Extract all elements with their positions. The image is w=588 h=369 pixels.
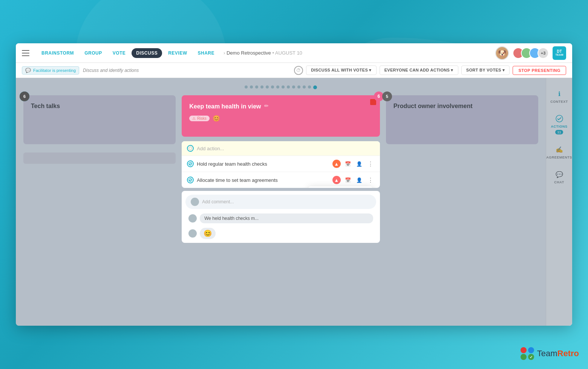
comment-item-2: 😊	[183, 226, 378, 241]
brand-bold: Retro	[557, 349, 579, 358]
breadcrumb-dot: •	[272, 50, 275, 56]
dot-2[interactable]	[250, 85, 253, 88]
dot-13[interactable]	[308, 85, 311, 88]
nav-step-brainstorm[interactable]: BRAINSTORM	[37, 48, 78, 58]
sub-toolbar-description: Discuss and identify actions	[83, 68, 139, 73]
nav-step-group[interactable]: GROUP	[80, 48, 107, 58]
left-vote-badge-2: 6	[20, 91, 29, 101]
dot-9[interactable]	[287, 85, 290, 88]
dt-team-badge: DT TEAM	[553, 46, 566, 60]
action-1-more-icon[interactable]: ⋮	[366, 160, 375, 168]
action-1-priority-icon[interactable]: ▲	[332, 160, 341, 168]
action-1-check[interactable]	[187, 160, 194, 167]
nav-right: 🐶 +3 DT TEAM	[495, 46, 566, 60]
card-meta: ⚠ Risks 😊	[189, 115, 372, 122]
dot-5[interactable]	[266, 85, 269, 88]
comment-2-emoji: 😊	[200, 228, 216, 239]
action-1-text: Hold regular team health checks	[197, 161, 329, 167]
dot-12[interactable]	[303, 85, 306, 88]
nav-step-vote[interactable]: VOTE	[108, 48, 130, 58]
comment-1-avatar	[188, 214, 197, 223]
action-row-1: Hold regular team health checks ▲ 📅 👤 ⋮	[182, 156, 380, 172]
cards-area: 10 Tech talks 6 6 Keep team health in vi…	[16, 78, 546, 326]
actions-label: ACTIONS	[551, 125, 568, 128]
center-sticky-card: Keep team health in view ✏ ⚠ Risks 😊	[182, 95, 380, 137]
add-action-row: Add action...	[182, 141, 380, 156]
edit-card-icon[interactable]: ✏	[264, 103, 272, 110]
right-vote-badge: 5	[382, 91, 392, 101]
chat-label: CHAT	[554, 180, 564, 184]
add-comment-row[interactable]: Add comment...	[185, 195, 376, 209]
context-icon: ℹ	[555, 89, 564, 98]
comment-item-1: We held health checks m...	[183, 211, 378, 226]
app-window: BRAINSTORM GROUP VOTE DISCUSS REVIEW SHA…	[16, 43, 572, 326]
left-card-col: 10 Tech talks 6	[23, 95, 176, 164]
action-2-calendar-icon[interactable]: 📅	[344, 176, 352, 184]
discuss-all-btn[interactable]: DISCUSS ALL WITH VOTES ▾	[306, 66, 377, 75]
stop-presenting-btn[interactable]: STOP PRESENTING	[513, 66, 566, 75]
priority-dropdown-header: PRIORITY	[308, 186, 372, 188]
menu-icon[interactable]	[22, 50, 29, 56]
action-items-container: Add action... Hold regular team health c…	[182, 141, 380, 188]
sub-toolbar: 💬 Facilitator is presenting Discuss and …	[16, 63, 572, 78]
left-card-title: Tech talks	[31, 103, 168, 110]
sidebar-item-agreements[interactable]: ✍ AGREEMENTS	[546, 141, 572, 163]
dot-1[interactable]	[245, 85, 248, 88]
chat-icon: 💬	[555, 170, 564, 179]
center-card-title: Keep team health in view	[189, 103, 261, 110]
facilitator-label: Facilitator is presenting	[33, 68, 76, 73]
center-card-col: 6 Keep team health in view ✏ ⚠ Risks 😊	[182, 95, 380, 243]
action-1-icons: ▲ 📅 👤 ⋮	[332, 160, 375, 168]
right-card-title: Product owner involvement	[394, 103, 531, 110]
left-card-extra	[23, 152, 176, 164]
dot-6[interactable]	[271, 85, 274, 88]
right-card-col: 5 Product owner involvement	[386, 95, 538, 144]
action-2-person-icon[interactable]: 👤	[355, 176, 363, 184]
comment-2-avatar	[188, 229, 197, 238]
action-2-more-icon[interactable]: ⋮	[366, 176, 375, 184]
sidebar-item-chat[interactable]: 💬 CHAT	[546, 166, 572, 188]
sidebar-item-context[interactable]: ℹ CONTEXT	[546, 85, 572, 107]
action-1-calendar-icon[interactable]: 📅	[344, 160, 352, 168]
breadcrumb-title: Demo Retrospective	[227, 50, 271, 56]
nav-step-review[interactable]: REVIEW	[164, 48, 191, 58]
nav-step-share[interactable]: SHARE	[193, 48, 219, 58]
brand-normal: Team	[537, 349, 557, 358]
sidebar-item-actions[interactable]: ACTIONS 11	[546, 110, 572, 138]
comment-input[interactable]: Add comment...	[202, 199, 234, 204]
add-action-input[interactable]: Add action...	[197, 146, 375, 151]
action-2-check[interactable]	[187, 177, 194, 183]
dot-7[interactable]	[276, 85, 279, 88]
action-1-person-icon[interactable]: 👤	[355, 160, 363, 168]
breadcrumb-sep: ›	[224, 50, 225, 56]
dot-3[interactable]	[255, 85, 258, 88]
action-2-priority-icon[interactable]: ▲	[332, 176, 341, 184]
comment-1-text: We held health checks m...	[200, 213, 373, 223]
timer-icon[interactable]: ⏱	[294, 66, 303, 75]
action-2-text: Allocate time to set team agreements	[197, 177, 329, 183]
risks-icon: ⚠	[192, 116, 196, 120]
dot-10[interactable]	[292, 85, 295, 88]
everyone-add-actions-btn[interactable]: EVERYONE CAN ADD ACTIONS ▾	[380, 66, 458, 75]
sub-toolbar-right: ⏱ DISCUSS ALL WITH VOTES ▾ EVERYONE CAN …	[294, 66, 566, 75]
brand-dot-red	[521, 347, 527, 353]
cards-row: 10 Tech talks 6 6 Keep team health in vi…	[23, 95, 538, 318]
agreements-label: AGREEMENTS	[546, 156, 572, 159]
risks-label: Risks	[197, 116, 206, 120]
brand-icons: ✓	[521, 347, 534, 360]
comment-area: Add comment... We held health checks m..…	[182, 191, 380, 243]
right-sticky-card: Product owner involvement	[386, 95, 538, 144]
dot-4[interactable]	[260, 85, 263, 88]
dot-14-active[interactable]	[313, 85, 317, 89]
brand-text: TeamRetro	[537, 349, 579, 358]
avatar-stack: +3	[513, 47, 549, 59]
agreements-icon: ✍	[555, 145, 564, 154]
actions-icon	[555, 114, 564, 123]
sort-by-votes-btn[interactable]: SORT BY VOTES ▾	[461, 66, 510, 75]
nav-step-discuss[interactable]: DISCUSS	[132, 48, 162, 58]
dot-8[interactable]	[282, 85, 285, 88]
brand-check-dot: ✓	[528, 354, 534, 360]
brand-dot-green	[521, 354, 527, 360]
actions-badge: 11	[555, 130, 563, 134]
dot-11[interactable]	[297, 85, 300, 88]
